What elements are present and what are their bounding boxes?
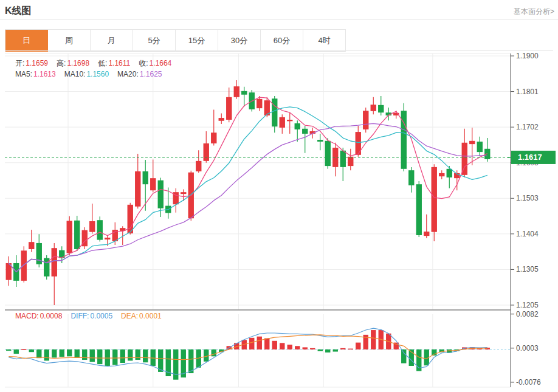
candle-body <box>150 178 156 190</box>
candle-body <box>408 170 414 185</box>
macd-hist-bar <box>90 349 95 362</box>
legend-item: MA20:1.1625 <box>117 70 162 78</box>
macd-hist-bar <box>143 349 148 362</box>
candle-body <box>97 220 103 239</box>
macd-hist-bar <box>128 349 133 360</box>
candle-body <box>226 97 232 120</box>
candle-body <box>424 232 429 236</box>
macd-hist-bar <box>44 349 49 360</box>
macd-hist-bar <box>52 349 57 357</box>
candle-body <box>295 123 300 129</box>
candle-body <box>439 173 444 176</box>
macd-hist-bar <box>288 345 292 349</box>
diff-line <box>9 328 487 374</box>
price-axis-label: 1.1801 <box>516 88 539 96</box>
legend-item: 收:1.1664 <box>139 59 171 67</box>
macd-hist-bar <box>249 338 254 349</box>
candle-body <box>29 242 34 249</box>
candle-body <box>317 140 323 142</box>
macd-axis-label: 0.0003 <box>516 344 539 352</box>
tab-interval-1[interactable]: 周 <box>48 30 91 52</box>
macd-hist-bar <box>212 349 216 356</box>
legend-item: MA10:1.1560 <box>64 70 109 78</box>
candle-body <box>241 91 247 95</box>
macd-hist-bar <box>6 349 11 351</box>
tab-interval-5[interactable]: 30分 <box>218 30 261 52</box>
macd-hist-bar <box>264 339 269 349</box>
candle-body <box>477 142 483 152</box>
macd-hist-bar <box>356 343 360 349</box>
candle-body <box>447 169 452 177</box>
macd-hist-bar <box>204 349 208 362</box>
macd-hist-bar <box>272 341 277 349</box>
candle-body <box>280 117 285 128</box>
ma-legend: MA5:1.1613MA10:1.1560MA20:1.1625 <box>15 70 171 78</box>
candle-body <box>181 192 186 194</box>
candle-body <box>462 143 467 175</box>
macd-hist-bar <box>257 337 262 349</box>
macd-hist-bar <box>21 349 26 350</box>
macd-hist-bar <box>60 349 64 357</box>
macd-hist-bar <box>67 349 72 356</box>
candle-body <box>143 171 148 184</box>
ma5-line <box>9 97 487 272</box>
page-title: K线图 <box>5 5 32 18</box>
candle-body <box>469 141 475 144</box>
macd-hist-bar <box>188 349 193 373</box>
legend-item: DIFF:0.0005 <box>71 312 112 320</box>
candle-body <box>158 181 164 208</box>
candle-body <box>52 248 57 277</box>
price-axis-label: 1.1305 <box>516 265 539 273</box>
tabrow-underline <box>5 50 553 51</box>
price-axis-label: 1.1503 <box>516 194 539 202</box>
candle-body <box>348 157 353 166</box>
macd-hist-bar <box>105 349 110 366</box>
legend-item: DEA:0.0001 <box>121 312 162 320</box>
macd-hist-bar <box>173 349 178 380</box>
candle-body <box>135 171 140 207</box>
header-divider <box>0 19 558 20</box>
candle-body <box>340 151 346 167</box>
tab-interval-0[interactable]: 日 <box>5 30 48 52</box>
price-axis-label: 1.1404 <box>516 230 539 238</box>
macd-hist-bar <box>36 349 41 358</box>
macd-hist-bar <box>295 346 300 349</box>
legend-item: 低:1.1611 <box>98 59 130 67</box>
candle-body <box>204 143 209 161</box>
candle-body <box>257 99 262 108</box>
candle-body <box>416 184 422 235</box>
ma10-line <box>9 107 487 272</box>
macd-axis-label: -0.0076 <box>516 378 541 387</box>
ma20-line <box>9 123 487 272</box>
candle-body <box>21 250 27 281</box>
macd-hist-bar <box>120 349 125 363</box>
tab-interval-7[interactable]: 4时 <box>303 30 346 52</box>
interval-tab-strip: 日周月5分15分30分60分4时 <box>5 29 346 52</box>
legend-item: MACD:0.0008 <box>15 312 62 320</box>
macd-hist-bar <box>371 330 376 349</box>
macd-hist-bar <box>401 349 406 363</box>
tab-interval-6[interactable]: 60分 <box>261 30 303 52</box>
macd-hist-bar <box>136 349 140 360</box>
candle-body <box>89 221 95 232</box>
candle-body <box>272 98 277 126</box>
macd-hist-bar <box>82 349 87 360</box>
tab-interval-2[interactable]: 月 <box>91 30 133 52</box>
fundamental-analysis-link[interactable]: 基本面分析> <box>514 7 554 17</box>
candle-body <box>325 141 331 166</box>
macd-hist-bar <box>97 349 102 364</box>
macd-hist-bar <box>29 349 34 352</box>
candle-body <box>67 221 72 253</box>
tab-interval-4[interactable]: 15分 <box>176 30 218 52</box>
candle-body <box>196 161 201 171</box>
macd-hist-bar <box>280 343 284 349</box>
candle-body <box>302 129 308 134</box>
macd-hist-bar <box>325 349 330 352</box>
candle-body <box>234 86 239 97</box>
macd-legend: MACD:0.0008DIFF:0.0005DEA:0.0001 <box>15 312 170 320</box>
macd-hist-bar <box>310 348 315 349</box>
candle-body <box>378 105 384 112</box>
tab-interval-3[interactable]: 5分 <box>133 30 176 52</box>
price-axis-label: 1.1205 <box>516 301 539 309</box>
candle-body <box>432 167 437 232</box>
